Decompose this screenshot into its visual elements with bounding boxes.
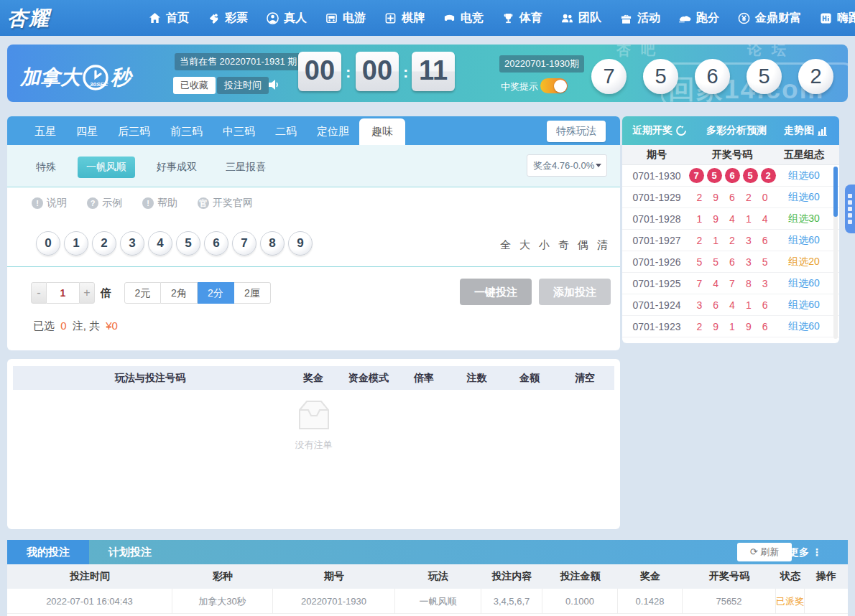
bets-col-操作: 操作: [805, 570, 848, 583]
nav-item-电竞[interactable]: 电竞: [443, 11, 484, 26]
unit-button-2厘[interactable]: 2厘: [234, 282, 271, 304]
group-link[interactable]: 组选20: [779, 256, 829, 269]
number-ball-6[interactable]: 6: [204, 231, 228, 256]
play-tab-趣味[interactable]: 趣味: [359, 118, 405, 145]
help-link-帮助[interactable]: !帮助: [142, 197, 177, 210]
bet-time-button[interactable]: 投注时间: [217, 77, 269, 94]
nav-item-体育[interactable]: 体育: [502, 11, 542, 26]
favorited-button[interactable]: 已收藏: [173, 77, 216, 94]
nav-item-嗨跑[interactable]: 嗨跑: [820, 11, 855, 26]
help-link-开奖官网[interactable]: 官开奖官网: [198, 197, 253, 210]
number-ball-4[interactable]: 4: [148, 231, 172, 256]
nav-item-跑分[interactable]: 跑分: [679, 11, 719, 26]
group-link[interactable]: 组选30: [779, 213, 829, 225]
countdown-hours: 00: [298, 52, 341, 91]
bonus-select[interactable]: 奖金4.76-0.0%: [527, 154, 607, 177]
group-link[interactable]: 组选60: [779, 277, 829, 290]
nav-item-金鼎财富[interactable]: 金鼎财富: [738, 11, 801, 26]
nav-item-首页[interactable]: 首页: [149, 11, 189, 26]
countdown-seconds: 11: [412, 52, 455, 91]
nav-item-电游[interactable]: 电游: [325, 11, 366, 26]
sub-tab-三星报喜[interactable]: 三星报喜: [218, 157, 273, 178]
number-ball-0[interactable]: 0: [36, 231, 60, 256]
nav-item-棋牌[interactable]: 棋牌: [384, 11, 425, 26]
refresh-button[interactable]: ⟳ 刷新: [737, 543, 792, 561]
unit-button-2分[interactable]: 2分: [198, 282, 234, 304]
sub-tab-好事成双[interactable]: 好事成双: [149, 157, 204, 178]
main-nav: 首页彩票真人电游棋牌电竞体育团队活动跑分金鼎财富嗨跑: [149, 0, 855, 36]
bets-tab-我的投注[interactable]: 我的投注: [7, 540, 89, 564]
scrollbar-thumb[interactable]: [833, 167, 838, 217]
win-tip-toggle[interactable]: [540, 78, 568, 93]
number-ball-5[interactable]: 5: [176, 231, 200, 256]
bets-tab-计划投注[interactable]: 计划投注: [89, 540, 171, 564]
nav-item-彩票[interactable]: 彩票: [208, 11, 248, 26]
number-ball-8[interactable]: 8: [260, 231, 285, 256]
play-tab-后三码[interactable]: 后三码: [108, 118, 160, 145]
number-ball-2[interactable]: 2: [92, 231, 116, 256]
number-ball-9[interactable]: 9: [288, 231, 313, 256]
quick-filter-清[interactable]: 清: [597, 238, 608, 252]
draw-row: 0701-193075652组选60: [622, 165, 839, 187]
last-issue-badge: 20220701-1930期: [499, 55, 584, 73]
tab-analysis[interactable]: 多彩分析预测: [706, 124, 767, 137]
speaker-icon[interactable]: [267, 78, 280, 94]
play-tab-中三码[interactable]: 中三码: [213, 118, 265, 145]
multiplier-input[interactable]: 1: [47, 282, 79, 304]
sub-tab-一帆风顺[interactable]: 一帆风顺: [78, 157, 135, 178]
special-play-button[interactable]: 特殊玩法: [547, 121, 606, 142]
one-key-bet-button[interactable]: 一键投注: [460, 279, 532, 305]
draw-number: 3: [746, 235, 752, 246]
group-link[interactable]: 组选60: [779, 320, 829, 333]
site-logo[interactable]: 杏耀: [7, 5, 50, 32]
nav-item-活动[interactable]: 活动: [620, 11, 660, 26]
sub-tab-特殊[interactable]: 特殊: [29, 157, 63, 178]
egame-icon: [325, 12, 338, 24]
selected-prefix: 已选: [33, 319, 55, 332]
group-link[interactable]: 组选60: [779, 169, 829, 182]
nav-item-label: 电游: [343, 11, 366, 26]
tab-recent-draws[interactable]: 近期开奖: [632, 124, 686, 137]
watermark-top-left: 杏吧: [616, 45, 665, 60]
play-tab-五星[interactable]: 五星: [24, 118, 66, 145]
quick-filter-大[interactable]: 大: [519, 238, 530, 252]
multiplier-plus-button[interactable]: +: [79, 282, 95, 304]
quick-filter-全[interactable]: 全: [500, 238, 511, 252]
tab-trend[interactable]: 走势图: [784, 124, 828, 137]
sidebar-scrollbar[interactable]: [833, 167, 838, 339]
help-circle-icon: ?: [87, 197, 98, 209]
group-link[interactable]: 组选60: [779, 299, 829, 312]
quick-filter-奇[interactable]: 奇: [558, 238, 569, 252]
bets-col-开奖号码: 开奖号码: [683, 570, 776, 583]
quick-filter-小[interactable]: 小: [539, 238, 550, 252]
nav-item-团队[interactable]: 团队: [561, 11, 601, 26]
more-button[interactable]: 更多 ⋮: [789, 543, 822, 561]
quick-filter-偶[interactable]: 偶: [578, 238, 588, 252]
bet-row: 2022-07-01 16:04:43加拿大30秒20220701-1930一帆…: [7, 589, 848, 614]
number-balls: 0123456789: [36, 231, 313, 256]
help-link-示例[interactable]: ?示例: [87, 197, 122, 210]
number-ball-7[interactable]: 7: [232, 231, 256, 256]
help-link-label: 说明: [47, 197, 67, 210]
play-tab-四星[interactable]: 四星: [66, 118, 108, 145]
play-tab-定位胆[interactable]: 定位胆: [307, 118, 359, 145]
chess-icon: [384, 12, 397, 24]
number-ball-3[interactable]: 3: [120, 231, 144, 256]
chart-icon: [818, 126, 828, 136]
play-tab-二码[interactable]: 二码: [265, 118, 307, 145]
nav-item-真人[interactable]: 真人: [267, 11, 307, 26]
unit-button-2角[interactable]: 2角: [161, 282, 198, 304]
group-link[interactable]: 组选60: [779, 191, 829, 204]
group-link[interactable]: 组选60: [779, 234, 829, 247]
unit-button-2元[interactable]: 2元: [124, 282, 161, 304]
lottery-name: 加拿大 30SEC 秒: [20, 63, 131, 92]
multiplier-minus-button[interactable]: -: [31, 282, 47, 304]
help-link-说明[interactable]: !说明: [32, 197, 67, 210]
number-ball-1[interactable]: 1: [64, 231, 88, 256]
bet-cell: 0.1428: [618, 589, 683, 614]
side-float-tab[interactable]: [845, 185, 855, 233]
play-tab-前三码[interactable]: 前三码: [160, 118, 213, 145]
empty-state: 没有注单: [7, 390, 620, 452]
add-bet-button[interactable]: 添加投注: [539, 279, 611, 305]
nav-item-label: 棋牌: [402, 11, 425, 26]
